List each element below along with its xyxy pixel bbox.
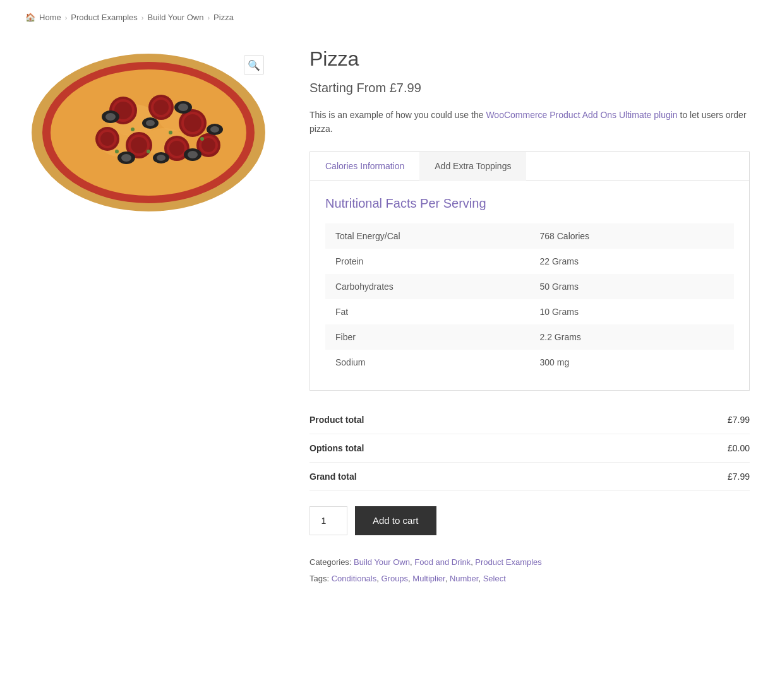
product-price: Starting From £7.99 [309, 81, 750, 95]
svg-point-24 [100, 132, 114, 146]
options-total-label: Options total [309, 443, 364, 453]
breadcrumb-build-your-own[interactable]: Build Your Own [148, 13, 204, 22]
tag-number[interactable]: Number [450, 574, 479, 583]
svg-point-41 [188, 151, 198, 158]
nutritional-title: Nutritional Facts Per Serving [325, 196, 734, 211]
svg-point-43 [169, 131, 172, 134]
tab-content-calories: Nutritional Facts Per Serving Total Ener… [310, 181, 749, 390]
svg-point-15 [184, 114, 201, 132]
tags-label: Tags: [309, 574, 332, 583]
product-title: Pizza [309, 47, 750, 71]
plugin-link[interactable]: WooCommerce Product Add Ons Ultimate plu… [486, 110, 677, 120]
product-image-column: 🔍 [25, 47, 272, 211]
nutrition-label: Sodium [325, 350, 530, 375]
nutrition-value: 10 Grams [530, 299, 735, 324]
categories-label: Categories: [309, 557, 354, 567]
grand-total-row: Grand total £7.99 [309, 463, 750, 491]
product-total-row: Product total £7.99 [309, 406, 750, 434]
grand-total-value: £7.99 [728, 472, 750, 482]
svg-point-37 [121, 154, 131, 162]
category-product-examples[interactable]: Product Examples [475, 557, 542, 567]
home-icon: 🏠 [25, 13, 35, 22]
product-total-label: Product total [309, 415, 364, 425]
svg-point-39 [157, 155, 165, 161]
breadcrumb-sep-1: › [65, 14, 68, 21]
totals-section: Product total £7.99 Options total £0.00 … [309, 406, 750, 491]
svg-point-35 [210, 126, 219, 133]
nutrition-row: Sodium300 mg [325, 350, 734, 375]
tag-groups[interactable]: Groups [381, 574, 408, 583]
add-to-cart-button[interactable]: Add to cart [355, 506, 436, 535]
tag-multiplier[interactable]: Multiplier [412, 574, 445, 583]
svg-point-31 [146, 120, 155, 126]
product-description: This is an example of how you could use … [309, 108, 750, 136]
breadcrumb-home[interactable]: Home [39, 13, 61, 22]
breadcrumb-product-examples[interactable]: Product Examples [71, 13, 138, 22]
nutrition-row: Total Energy/Cal768 Calories [325, 223, 734, 249]
svg-point-21 [169, 141, 184, 156]
nutrition-label: Protein [325, 249, 530, 274]
nutrition-value: 22 Grams [530, 249, 735, 274]
grand-total-label: Grand total [309, 472, 357, 482]
options-total-row: Options total £0.00 [309, 434, 750, 463]
breadcrumb-sep-2: › [141, 14, 144, 21]
svg-point-29 [105, 113, 116, 121]
breadcrumb-current: Pizza [213, 13, 234, 22]
category-build-your-own[interactable]: Build Your Own [354, 557, 410, 567]
nutrition-value: 50 Grams [530, 274, 735, 299]
nutrition-label: Fiber [325, 324, 530, 350]
nutrition-row: Protein22 Grams [325, 249, 734, 274]
tag-conditionals[interactable]: Conditionals [332, 574, 377, 583]
zoom-icon: 🔍 [248, 59, 260, 71]
nutrition-value: 2.2 Grams [530, 324, 735, 350]
product-layout: 🔍 Pizza Starting From £7.99 This is an e… [25, 47, 750, 587]
svg-point-18 [131, 137, 147, 153]
product-image-wrapper: 🔍 [25, 47, 272, 211]
product-info-column: Pizza Starting From £7.99 This is an exa… [309, 47, 750, 587]
meta-section: Categories: Build Your Own, Food and Dri… [309, 554, 750, 587]
svg-point-27 [201, 138, 215, 152]
tag-select[interactable]: Select [483, 574, 506, 583]
tags-row: Tags: Conditionals, Groups, Multiplier, … [309, 571, 750, 587]
breadcrumb-sep-3: › [207, 14, 210, 21]
categories-row: Categories: Build Your Own, Food and Dri… [309, 554, 750, 571]
tabs-wrapper: Calories Information Add Extra Toppings … [309, 151, 750, 391]
description-text-before: This is an example of how you could use … [309, 110, 486, 120]
svg-point-42 [131, 128, 135, 131]
product-total-value: £7.99 [728, 415, 750, 425]
nutrition-row: Carbohydrates50 Grams [325, 274, 734, 299]
nutrition-label: Total Energy/Cal [325, 223, 530, 249]
breadcrumb: 🏠 Home › Product Examples › Build Your O… [25, 13, 750, 22]
tab-calories[interactable]: Calories Information [310, 152, 419, 181]
category-food-and-drink[interactable]: Food and Drink [414, 557, 471, 567]
nutrition-value: 300 mg [530, 350, 735, 375]
add-to-cart-row: Add to cart [309, 506, 750, 535]
quantity-input[interactable] [309, 506, 347, 535]
nutrition-row: Fat10 Grams [325, 299, 734, 324]
options-total-value: £0.00 [728, 443, 750, 453]
svg-point-45 [200, 137, 204, 141]
svg-point-12 [153, 100, 169, 115]
nutrition-row: Fiber2.2 Grams [325, 324, 734, 350]
nutrition-label: Fat [325, 299, 530, 324]
nutrition-label: Carbohydrates [325, 274, 530, 299]
nutrition-table: Total Energy/Cal768 CaloriesProtein22 Gr… [325, 223, 734, 375]
tab-toppings[interactable]: Add Extra Toppings [419, 152, 526, 181]
tabs-header: Calories Information Add Extra Toppings [310, 152, 749, 181]
svg-point-44 [147, 150, 150, 153]
product-image [25, 47, 272, 211]
zoom-button[interactable]: 🔍 [244, 55, 264, 75]
svg-point-33 [178, 104, 188, 111]
svg-point-46 [115, 150, 119, 153]
nutrition-value: 768 Calories [530, 223, 735, 249]
